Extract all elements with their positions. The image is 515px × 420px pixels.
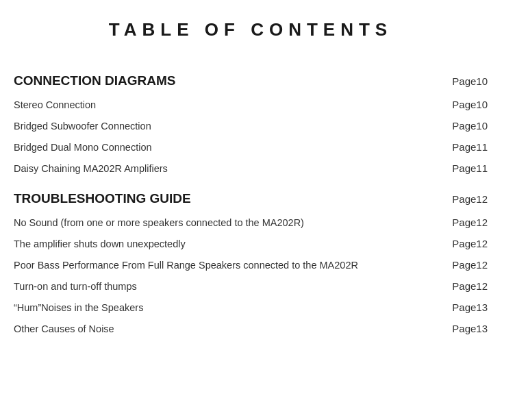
toc-item-0-3: Daisy Chaining MA202R AmplifiersPage11 [14,158,488,179]
section-header-page-0: Page10 [416,61,488,94]
toc-item-label-1-5: Other Causes of Noise [14,318,416,339]
toc-item-label-0-2: Bridged Dual Mono Connection [14,136,416,158]
toc-item-1-2: Poor Bass Performance From Full Range Sp… [14,254,488,275]
toc-item-label-1-0: No Sound (from one or more speakers conn… [14,212,416,233]
toc-item-page-1-5: Page13 [416,318,488,339]
page-title: TABLE OF CONTENTS [14,19,488,40]
toc-item-0-1: Bridged Subwoofer ConnectionPage10 [14,115,488,136]
toc-item-label-1-2: Poor Bass Performance From Full Range Sp… [14,254,416,275]
toc-item-page-1-4: Page13 [416,297,488,318]
toc-item-label-1-1: The amplifier shuts down unexpectedly [14,233,416,254]
toc-item-page-1-3: Page12 [416,275,488,297]
toc-item-page-1-2: Page12 [416,254,488,275]
section-header-label-0: CONNECTION DIAGRAMS [14,61,416,94]
toc-table: CONNECTION DIAGRAMSPage10Stereo Connecti… [14,61,488,339]
toc-item-1-4: “Hum”Noises in the SpeakersPage13 [14,297,488,318]
toc-item-1-0: No Sound (from one or more speakers conn… [14,212,488,233]
toc-item-label-0-1: Bridged Subwoofer Connection [14,115,416,136]
toc-item-page-0-1: Page10 [416,115,488,136]
toc-item-label-0-3: Daisy Chaining MA202R Amplifiers [14,158,416,179]
toc-item-page-0-0: Page10 [416,94,488,115]
toc-item-page-0-2: Page11 [416,136,488,158]
section-header-0: CONNECTION DIAGRAMSPage10 [14,61,488,94]
toc-item-page-1-0: Page12 [416,212,488,233]
toc-item-label-1-3: Turn-on and turn-off thumps [14,275,416,297]
toc-item-1-5: Other Causes of NoisePage13 [14,318,488,339]
section-header-page-1: Page12 [416,179,488,212]
toc-item-page-0-3: Page11 [416,158,488,179]
section-header-label-1: TROUBLESHOOTING GUIDE [14,179,416,212]
toc-item-label-0-0: Stereo Connection [14,94,416,115]
toc-item-page-1-1: Page12 [416,233,488,254]
toc-item-1-3: Turn-on and turn-off thumpsPage12 [14,275,488,297]
toc-item-1-1: The amplifier shuts down unexpectedlyPag… [14,233,488,254]
toc-item-0-0: Stereo ConnectionPage10 [14,94,488,115]
toc-item-label-1-4: “Hum”Noises in the Speakers [14,297,416,318]
toc-item-0-2: Bridged Dual Mono ConnectionPage11 [14,136,488,158]
section-header-1: TROUBLESHOOTING GUIDEPage12 [14,179,488,212]
